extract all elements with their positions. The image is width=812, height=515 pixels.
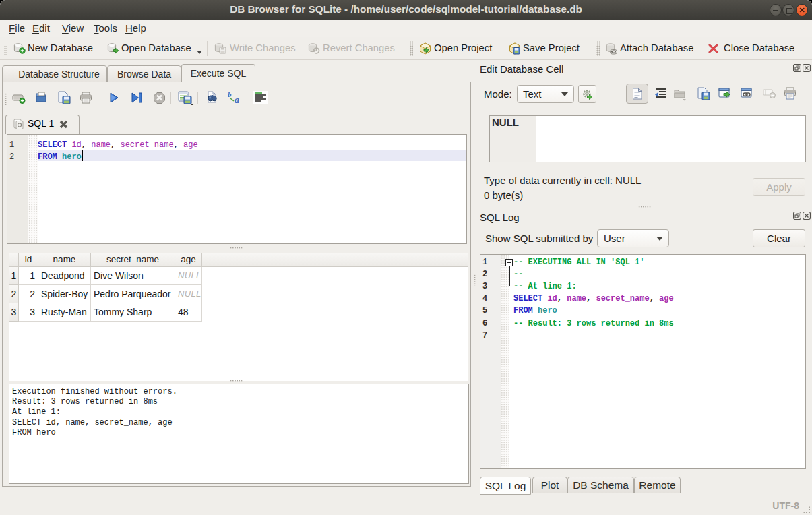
svg-text:b: b: [228, 91, 232, 98]
svg-text:a: a: [235, 95, 239, 104]
